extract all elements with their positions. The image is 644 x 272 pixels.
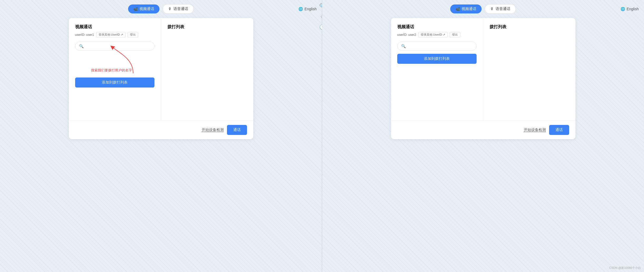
right-call-label: 通话 (555, 128, 563, 132)
left-add-label: 添加到拨打列表 (102, 80, 128, 84)
right-logout-label: 登出 (452, 33, 458, 37)
right-detect-label: 开始设备检测 (524, 128, 546, 132)
right-search-icon: 🔍 (401, 44, 406, 48)
lang-icon-right: 🌐 (621, 7, 625, 11)
left-video-label: 视频通话 (139, 7, 154, 11)
left-call-label: 通话 (233, 128, 241, 132)
left-card-footer: 开始设备检测 通话 (69, 120, 253, 139)
external-link-icon: ↗ (121, 33, 123, 36)
left-dial-title: 拨打列表 (167, 24, 247, 30)
left-search-icon: 🔍 (79, 44, 84, 48)
left-card: 视频通话 userID: user1 登录其他 UserID ↗ 登出 (69, 18, 253, 139)
left-search-box[interactable]: 🔍 (75, 42, 155, 51)
left-nav: 📹 视频通话 🎙 语音通话 🌐 English (0, 0, 322, 18)
right-logout-btn[interactable]: 登出 (450, 32, 460, 37)
camera-icon: 📹 (133, 7, 138, 11)
right-search-input[interactable] (408, 44, 473, 48)
right-lang-label: English (627, 7, 639, 11)
left-user-info: userID: user1 登录其他 UserID ↗ 登出 (75, 32, 155, 37)
right-call-btn[interactable]: 通话 (549, 125, 569, 135)
right-video-call-btn[interactable]: 📹 视频通话 (450, 4, 482, 13)
left-user-id: userID: user1 (75, 33, 94, 37)
left-detect-btn[interactable]: 开始设备检测 (202, 128, 224, 132)
watermark: CSDN @第10086个小白 (609, 266, 641, 270)
right-video-label: 视频通话 (462, 7, 476, 11)
right-dial-list: 拨打列表 (483, 18, 575, 120)
mic-icon: 🎙 (168, 7, 172, 11)
right-login-other-btn[interactable]: 登录其他 UserID ↗ (418, 32, 448, 37)
right-lang-btn[interactable]: 🌐 English (621, 7, 639, 11)
right-card-title: 视频通话 (397, 24, 477, 30)
right-nav: 📹 视频通话 🎙 语音通话 🌐 English (322, 0, 644, 18)
right-panel: 📹 视频通话 🎙 语音通话 🌐 English 视频通话 userID: use… (322, 0, 644, 272)
lang-icon: 🌐 (298, 7, 303, 11)
right-user-id: userID: user2 (397, 33, 416, 37)
right-card: 视频通话 userID: user2 登录其他 UserID ↗ 登出 🔍 (391, 18, 575, 139)
left-login-other-btn[interactable]: 登录其他 UserID ↗ (96, 32, 125, 37)
left-lang-label: English (304, 7, 317, 11)
left-card-left: 视频通话 userID: user1 登录其他 UserID ↗ 登出 (69, 18, 161, 120)
right-detect-btn[interactable]: 开始设备检测 (524, 128, 546, 132)
left-logout-btn[interactable]: 登出 (128, 32, 138, 37)
external-link-icon-right: ↗ (443, 33, 445, 36)
left-login-other-label: 登录其他 UserID (99, 33, 120, 37)
camera-icon-right: 📹 (456, 7, 460, 11)
left-panel: 📹 视频通话 🎙 语音通话 🌐 English 视频通话 userID: use… (0, 0, 322, 272)
right-card-footer: 开始设备检测 通话 (391, 120, 575, 139)
right-search-box[interactable]: 🔍 (397, 42, 477, 51)
left-call-btn[interactable]: 通话 (227, 125, 247, 135)
right-card-body: 视频通话 userID: user2 登录其他 UserID ↗ 登出 🔍 (391, 18, 575, 120)
left-search-area: 🔍 搜索我们要拨打用户的名字 (75, 42, 155, 51)
left-voice-label: 语音通话 (173, 7, 188, 11)
left-add-btn[interactable]: 添加到拨打列表 (75, 77, 155, 88)
left-dial-list: 拨打列表 (161, 18, 253, 120)
left-card-body: 视频通话 userID: user1 登录其他 UserID ↗ 登出 (69, 18, 253, 120)
right-add-label: 添加到拨打列表 (424, 56, 450, 61)
right-voice-label: 语音通话 (496, 7, 510, 11)
left-voice-call-btn[interactable]: 🎙 语音通话 (163, 4, 194, 14)
left-card-title: 视频通话 (75, 24, 155, 30)
right-user-info: userID: user2 登录其他 UserID ↗ 登出 (397, 32, 477, 37)
right-card-left: 视频通话 userID: user2 登录其他 UserID ↗ 登出 🔍 (391, 18, 483, 120)
right-dial-title: 拨打列表 (490, 24, 569, 30)
left-logout-label: 登出 (130, 33, 136, 37)
right-voice-call-btn[interactable]: 🎙 语音通话 (485, 4, 516, 14)
mic-icon-right: 🎙 (490, 7, 494, 11)
right-login-other-label: 登录其他 UserID (421, 33, 442, 37)
left-lang-btn[interactable]: 🌐 English (298, 7, 317, 11)
left-detect-label: 开始设备检测 (202, 128, 224, 132)
left-video-call-btn[interactable]: 📹 视频通话 (128, 4, 159, 13)
annotation-text: 搜索我们要拨打用户的名字 (91, 68, 132, 73)
left-search-input[interactable] (86, 44, 151, 48)
right-add-btn[interactable]: 添加到拨打列表 (397, 54, 477, 64)
